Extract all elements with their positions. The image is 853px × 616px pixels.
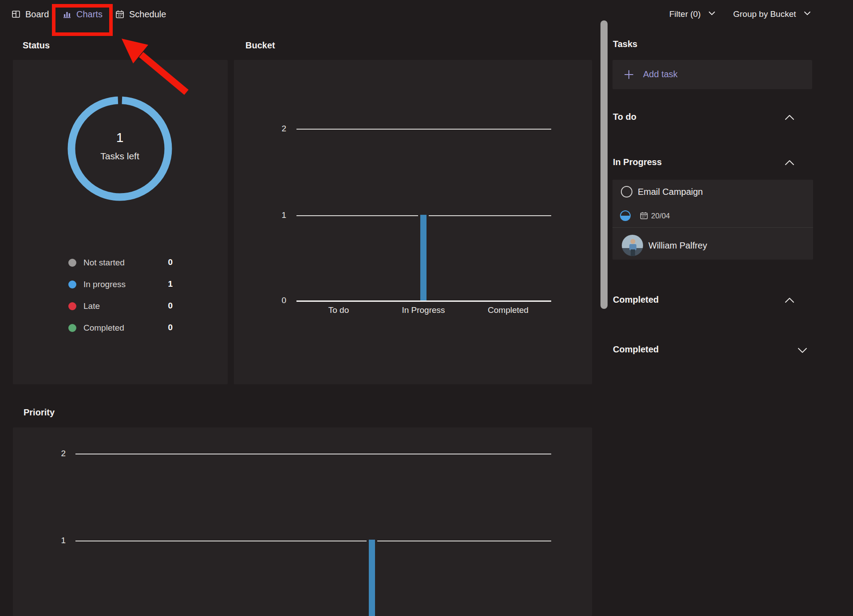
charts-icon	[62, 9, 72, 19]
section-label: Completed	[613, 295, 659, 305]
legend-value: 0	[137, 301, 173, 311]
tasks-panel: Tasks Add task To do In Progress	[612, 0, 813, 616]
y-tick: 1	[43, 535, 66, 546]
x-label: To do	[294, 305, 383, 315]
legend-label: In progress	[83, 280, 126, 289]
task-assignee: William Palfrey	[648, 241, 707, 251]
section-label: Completed	[613, 344, 659, 355]
y-tick: 1	[264, 210, 286, 221]
late-dot-icon	[68, 302, 76, 310]
bucket-bar-in-progress	[418, 215, 429, 302]
donut-center-text: 1 Tasks left	[64, 131, 175, 162]
gridline	[75, 454, 551, 454]
add-task-label: Add task	[643, 69, 678, 79]
add-icon	[622, 68, 636, 83]
gridline	[296, 129, 551, 130]
tasks-panel-title: Tasks	[613, 39, 637, 49]
gridline	[75, 541, 551, 541]
task-title: Email Campaign	[638, 187, 703, 197]
y-tick: 2	[43, 448, 66, 459]
task-due-date: 20/04	[651, 212, 670, 221]
tab-board-label: Board	[25, 9, 49, 20]
divider	[612, 227, 813, 228]
schedule-icon	[115, 9, 125, 19]
section-header-in-progress[interactable]: In Progress	[612, 156, 813, 170]
avatar	[622, 235, 643, 256]
legend-value: 1	[137, 279, 173, 289]
section-label: In Progress	[613, 157, 662, 167]
vertical-scrollbar[interactable]	[600, 20, 608, 309]
section-header-completed-2[interactable]: Completed	[612, 343, 813, 357]
tab-schedule[interactable]: Schedule	[115, 5, 166, 23]
chevron-up-icon[interactable]	[783, 294, 796, 308]
add-task-button[interactable]: Add task	[612, 60, 812, 89]
in-progress-status-icon	[620, 210, 631, 221]
tab-charts[interactable]: Charts	[62, 5, 103, 23]
section-label: To do	[613, 112, 636, 122]
chevron-up-icon[interactable]	[783, 111, 796, 126]
legend-label: Completed	[83, 323, 124, 333]
board-icon	[11, 9, 21, 19]
chevron-up-icon[interactable]	[783, 157, 796, 171]
tab-charts-label: Charts	[76, 9, 103, 20]
bucket-chart-card: 2 1 0 To do In Progress Completed	[234, 60, 592, 384]
x-axis-baseline	[296, 300, 551, 302]
legend-item-not-started: Not started 0	[13, 257, 199, 269]
tasks-left-count: 1	[64, 131, 175, 144]
status-chart-title: Status	[23, 40, 50, 51]
chevron-down-icon[interactable]	[796, 344, 809, 358]
y-tick: 0	[264, 295, 286, 306]
tab-board[interactable]: Board	[11, 5, 49, 23]
planner-charts-view: Board Charts Schedule Filter (0) Group	[0, 0, 853, 616]
legend-label: Late	[83, 301, 100, 311]
legend-value: 0	[137, 257, 173, 267]
task-card-email-campaign[interactable]: Email Campaign 20/04 W	[612, 180, 813, 260]
tasks-left-label: Tasks left	[64, 151, 175, 162]
priority-chart-card: 2 1	[13, 427, 592, 616]
x-label: In Progress	[379, 305, 468, 315]
status-chart-card: 1 Tasks left Not started 0 In progress 1…	[13, 60, 228, 384]
legend-item-in-progress: In progress 1	[13, 278, 199, 291]
priority-bar	[367, 540, 377, 616]
legend-item-late: Late 0	[13, 300, 199, 312]
legend-item-completed: Completed 0	[13, 322, 199, 334]
legend-label: Not started	[83, 258, 125, 268]
section-header-todo[interactable]: To do	[612, 111, 813, 125]
not-started-dot-icon	[68, 259, 76, 267]
priority-chart-title: Priority	[24, 407, 55, 418]
completed-dot-icon	[68, 324, 76, 332]
legend-value: 0	[137, 323, 173, 332]
tab-schedule-label: Schedule	[129, 9, 166, 20]
bucket-chart-title: Bucket	[245, 40, 275, 51]
x-label: Completed	[464, 305, 553, 315]
calendar-icon	[640, 211, 648, 222]
section-header-completed-1[interactable]: Completed	[612, 293, 813, 308]
y-tick: 2	[264, 123, 286, 134]
in-progress-dot-icon	[68, 280, 76, 288]
task-complete-checkbox[interactable]	[621, 186, 632, 197]
